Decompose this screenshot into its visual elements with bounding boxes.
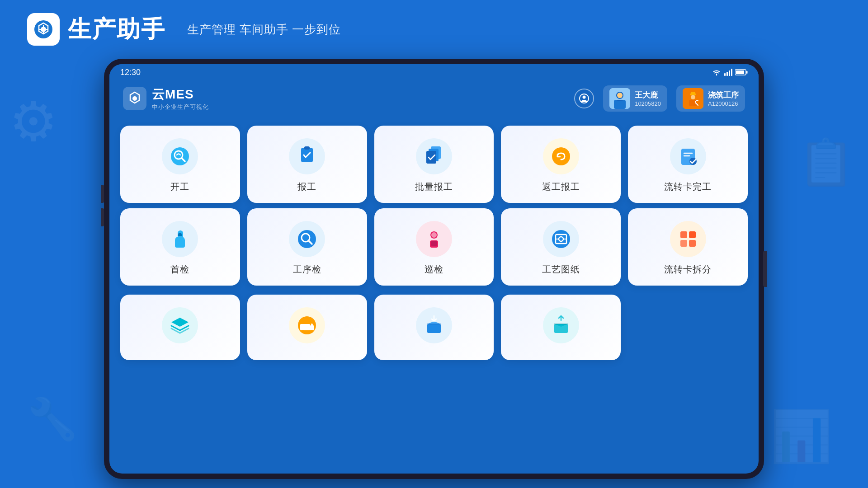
svg-point-42 [552, 230, 570, 248]
menu-item-fangong[interactable]: 返工报工 [501, 126, 621, 203]
svg-point-9 [132, 96, 137, 101]
liuzhuanwangong-icon [677, 145, 699, 168]
tablet-screen: 12:30 [109, 64, 759, 474]
user-card[interactable]: 王大鹿 10205820 [603, 85, 667, 112]
svg-rect-4 [729, 70, 730, 76]
wifi-icon [712, 69, 722, 76]
menu-row-2: 首检 工序检 [109, 208, 759, 295]
menu-item-xunjian[interactable]: 巡检 [374, 208, 494, 286]
status-icons [712, 69, 748, 76]
signal-icon [724, 69, 732, 76]
menu-row-3-partial [109, 295, 759, 367]
wuliu-icon [296, 314, 318, 337]
baogong-icon-wrap [289, 138, 325, 174]
volume-buttons [101, 185, 104, 226]
app-subtitle: 生产管理 车间助手 一步到位 [187, 22, 341, 38]
kaigong-icon-wrap [162, 138, 198, 174]
piliangbaogong-label: 批量报工 [415, 181, 453, 193]
svg-point-21 [171, 147, 189, 165]
gongyituzhi-icon [550, 228, 572, 250]
user-info: 王大鹿 10205820 [635, 90, 661, 107]
svg-rect-3 [726, 72, 728, 76]
svg-rect-50 [689, 240, 696, 247]
kaigong-label: 开工 [170, 181, 189, 193]
app-title: 生产助手 [68, 14, 165, 45]
workshop-name: 浇筑工序 [708, 90, 739, 100]
svg-rect-5 [731, 69, 732, 76]
status-time: 12:30 [120, 68, 141, 77]
menu-item-kaigong[interactable]: 开工 [120, 126, 240, 203]
svg-rect-55 [427, 324, 441, 333]
top-header: 生产助手 生产管理 车间助手 一步到位 [0, 0, 868, 59]
cailiao-icon [169, 314, 191, 337]
menu-item-piliangbaogong[interactable]: 批量报工 [374, 126, 494, 203]
xunjian-icon [423, 228, 445, 250]
menu-item-liuzhuanchaifen[interactable]: 流转卡拆分 [628, 208, 748, 286]
gongyituzhi-label: 工艺图纸 [542, 263, 580, 276]
chuku-icon [550, 314, 572, 337]
workshop-id: A12000126 [708, 100, 739, 107]
mes-title: 云MES [152, 86, 209, 103]
mes-logo-icon [123, 87, 146, 110]
svg-rect-14 [614, 100, 626, 109]
xunjian-label: 巡检 [425, 263, 443, 276]
app-header: 云MES 中小企业生产可视化 [109, 80, 759, 117]
baogong-label: 报工 [297, 181, 316, 193]
menu-item-cailiao[interactable] [120, 295, 240, 360]
liuzhuanchaifen-icon [677, 228, 699, 250]
svg-rect-52 [300, 324, 310, 330]
gongyituzhi-icon-wrap [543, 221, 579, 257]
menu-item-liuzhuanwangong[interactable]: 流转卡完工 [628, 126, 748, 203]
svg-rect-48 [689, 231, 696, 238]
gongxujian-label: 工序检 [293, 263, 321, 276]
tablet-frame: 12:30 [104, 59, 764, 479]
user-icon-button[interactable] [574, 89, 594, 108]
workshop-info: 浇筑工序 A12000126 [708, 90, 739, 107]
user-name: 王大鹿 [635, 90, 661, 100]
liuzhuanwangong-label: 流转卡完工 [664, 181, 712, 193]
cailiao-icon-wrap [162, 307, 198, 343]
svg-point-29 [552, 147, 570, 165]
home-button[interactable] [763, 251, 767, 287]
mes-logo: 云MES 中小企业生产可视化 [123, 86, 209, 111]
menu-item-baogong[interactable]: 报工 [247, 126, 367, 203]
svg-point-1 [41, 27, 46, 32]
menu-item-shoujian[interactable]: 首检 [120, 208, 240, 286]
menu-item-wuliu[interactable] [247, 295, 367, 360]
user-circle-icon [579, 93, 590, 104]
menu-row-1: 开工 报工 [109, 117, 759, 212]
svg-point-35 [298, 230, 316, 248]
gongxujian-icon-wrap [289, 221, 325, 257]
wuliu-icon-wrap [289, 307, 325, 343]
svg-rect-25 [304, 146, 310, 150]
ruku-icon-wrap [416, 307, 452, 343]
menu-item-chuku[interactable] [501, 295, 621, 360]
fangong-icon [550, 145, 572, 168]
menu-item-gongxujian[interactable]: 工序检 [247, 208, 367, 286]
kaigong-icon [169, 145, 191, 168]
svg-point-15 [617, 93, 623, 98]
menu-item-placeholder [628, 295, 748, 360]
svg-rect-8 [736, 70, 744, 74]
svg-rect-2 [724, 73, 726, 76]
svg-rect-49 [680, 240, 687, 247]
menu-item-gongyituzhi[interactable]: 工艺图纸 [501, 208, 621, 286]
ruku-icon [423, 314, 445, 337]
svg-rect-28 [426, 151, 436, 164]
svg-point-11 [583, 96, 586, 99]
piliangbaogong-icon [423, 145, 445, 168]
shoujian-icon-wrap [162, 221, 198, 257]
chuku-icon-wrap [543, 307, 579, 343]
header-right: 王大鹿 10205820 [574, 85, 745, 112]
shoujian-icon [169, 228, 191, 250]
workshop-card[interactable]: 浇筑工序 A12000126 [676, 85, 745, 112]
user-id: 10205820 [635, 100, 661, 107]
battery-icon [735, 69, 748, 75]
menu-item-ruku[interactable] [374, 295, 494, 360]
workshop-avatar [683, 88, 703, 109]
svg-rect-7 [746, 71, 748, 74]
mes-subtitle: 中小企业生产可视化 [152, 103, 209, 111]
piliangbaogong-icon-wrap [416, 138, 452, 174]
status-bar: 12:30 [109, 64, 759, 80]
fangong-label: 返工报工 [542, 181, 580, 193]
